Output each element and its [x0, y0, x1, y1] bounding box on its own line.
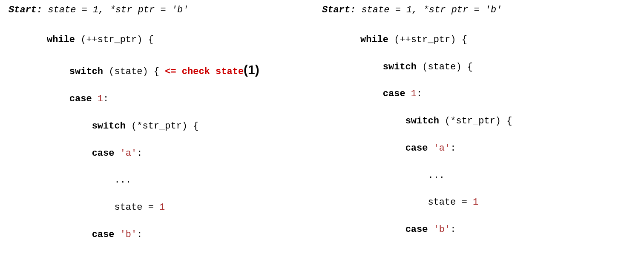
code-line: case 1:	[47, 92, 322, 106]
right-code-block: while (++str_ptr) { switch (state) { cas…	[360, 20, 635, 257]
code-line: while (++str_ptr) {	[360, 33, 635, 47]
kw-case: case	[405, 224, 428, 235]
indent	[360, 116, 405, 126]
code-line: case 'a':	[360, 142, 635, 155]
str: 'a'	[434, 143, 451, 154]
colon: :	[137, 229, 142, 240]
num: 1	[159, 202, 165, 213]
sp	[405, 89, 411, 99]
code-line: state = 1	[47, 201, 322, 214]
kw-switch: switch	[405, 116, 439, 126]
colon: :	[450, 143, 456, 154]
kw-case: case	[405, 143, 428, 154]
left-code-block: while (++str_ptr) { switch (state) { <= …	[47, 20, 322, 257]
start-rest: state = 1, *str_ptr = 'b'	[356, 5, 502, 15]
right-column: Start: state = 1, *str_ptr = 'b' while (…	[322, 3, 635, 254]
code-line: state = 1	[360, 196, 635, 209]
text: (state) {	[417, 62, 473, 72]
code-line: switch (state) {	[360, 60, 635, 74]
code-line: case 'b':	[47, 228, 322, 242]
kw-switch: switch	[69, 66, 103, 77]
left-start-line: Start: state = 1, *str_ptr = 'b'	[9, 3, 322, 17]
kw-case: case	[92, 229, 115, 240]
kw-while: while	[360, 34, 388, 45]
indent	[360, 62, 383, 72]
indent	[47, 94, 69, 104]
code-line: case 'b':	[360, 223, 635, 237]
kw-switch: switch	[92, 121, 126, 131]
text: (++str_ptr) {	[388, 34, 467, 45]
code-line: case 1:	[360, 87, 635, 101]
sp	[428, 224, 433, 235]
indent	[360, 89, 383, 99]
kw-case: case	[383, 89, 405, 99]
str: 'b'	[120, 229, 137, 240]
text: (++str_ptr) {	[75, 34, 154, 45]
code-line: case 'a':	[47, 147, 322, 160]
kw-case: case	[69, 94, 92, 104]
indent	[47, 148, 92, 159]
sp	[114, 229, 120, 240]
indent	[47, 121, 92, 131]
code-line: ...	[47, 174, 322, 187]
page: Start: state = 1, *str_ptr = 'b' while (…	[0, 0, 644, 257]
right-start-line: Start: state = 1, *str_ptr = 'b'	[322, 3, 635, 17]
start-rest: state = 1, *str_ptr = 'b'	[42, 5, 188, 15]
str: 'b'	[434, 224, 451, 235]
text: (state) {	[103, 66, 165, 77]
kw-case: case	[92, 148, 115, 159]
text: (*str_ptr) {	[439, 116, 512, 126]
code-line: while (++str_ptr) {	[47, 33, 322, 47]
text: state =	[47, 202, 159, 213]
text: state =	[360, 197, 473, 208]
code-line: ...	[47, 255, 322, 257]
indent	[47, 66, 69, 77]
num: 1	[98, 94, 103, 104]
code-line: ...	[360, 250, 635, 257]
num: 1	[473, 197, 478, 208]
code-line: ...	[360, 169, 635, 183]
left-column: Start: state = 1, *str_ptr = 'b' while (…	[9, 3, 322, 254]
colon: :	[417, 89, 422, 99]
str: 'a'	[120, 148, 137, 159]
indent	[47, 229, 92, 240]
colon: :	[450, 224, 456, 235]
kw-while: while	[47, 34, 75, 45]
sp	[114, 148, 120, 159]
text: (*str_ptr) {	[126, 121, 199, 131]
kw-switch: switch	[383, 62, 417, 72]
step-number-1: (1)	[244, 63, 259, 77]
sp	[428, 143, 433, 154]
colon: :	[103, 94, 109, 104]
sp	[92, 94, 98, 104]
start-label: Start:	[9, 5, 42, 15]
num: 1	[411, 89, 417, 99]
colon: :	[137, 148, 142, 159]
code-line: switch (*str_ptr) {	[360, 114, 635, 128]
indent	[360, 143, 405, 154]
annotation-check-state: <= check state	[165, 66, 244, 77]
start-label: Start:	[322, 5, 356, 15]
indent	[360, 224, 405, 235]
code-line: switch (*str_ptr) {	[47, 120, 322, 133]
code-line: switch (state) { <= check state(1)	[47, 60, 322, 79]
